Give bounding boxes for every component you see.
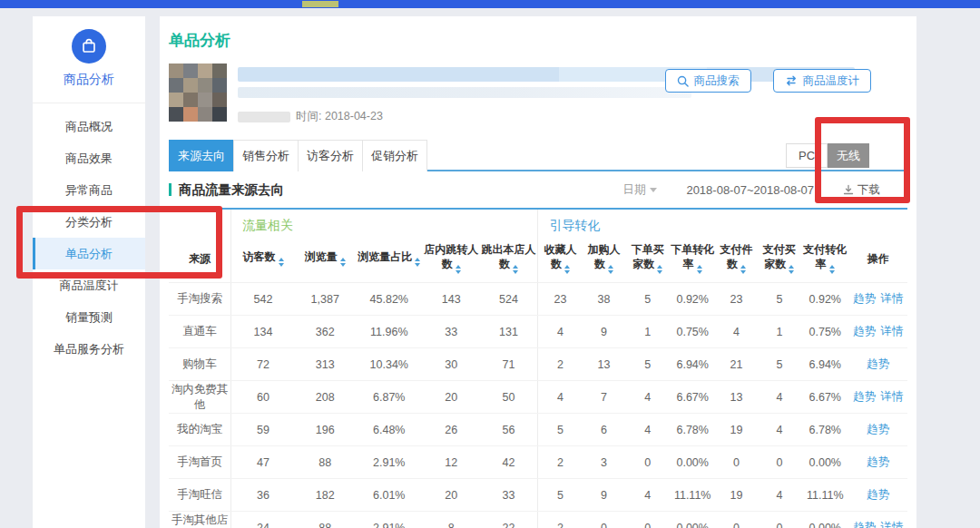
sort-up-arrow bbox=[564, 265, 570, 269]
sort-icon[interactable] bbox=[789, 265, 794, 274]
value-cell: 23 bbox=[715, 283, 757, 316]
tab-1[interactable]: 销售分析 bbox=[233, 140, 299, 171]
sidebar-item-7[interactable]: 单品服务分析 bbox=[33, 333, 145, 365]
trend-link[interactable]: 趋势 bbox=[867, 423, 889, 435]
device-toggle: PC无线 bbox=[786, 143, 869, 168]
sort-icon[interactable] bbox=[657, 265, 662, 274]
device-toggle-option[interactable]: PC bbox=[786, 143, 828, 168]
sort-icon[interactable] bbox=[340, 258, 346, 267]
value-cell: 13 bbox=[582, 348, 625, 381]
value-cell: 42 bbox=[479, 446, 537, 479]
column-header-5[interactable]: 跳出本店人数 bbox=[479, 236, 537, 283]
sidebar-item-4[interactable]: 单品分析 bbox=[33, 238, 145, 269]
sort-icon[interactable] bbox=[829, 265, 835, 274]
sort-icon[interactable] bbox=[564, 265, 570, 274]
column-header-8[interactable]: 下单买家数 bbox=[626, 236, 670, 283]
value-cell: 50 bbox=[479, 381, 537, 414]
page-title: 单品分析 bbox=[169, 30, 907, 51]
value-cell: 22 bbox=[479, 512, 537, 528]
detail-link[interactable]: 详情 bbox=[880, 292, 903, 305]
column-header-12[interactable]: 支付转化率 bbox=[801, 236, 848, 283]
column-header-10[interactable]: 支付件数 bbox=[715, 236, 757, 283]
detail-link[interactable]: 详情 bbox=[880, 325, 903, 337]
trend-link[interactable]: 趋势 bbox=[853, 325, 876, 337]
column-header-3[interactable]: 浏览量占比 bbox=[356, 236, 424, 283]
sidebar-item-2[interactable]: 异常商品 bbox=[33, 174, 145, 206]
sidebar-item-0[interactable]: 商品概况 bbox=[33, 111, 145, 142]
sort-icon[interactable] bbox=[456, 265, 461, 274]
value-cell: 0.92% bbox=[801, 283, 848, 316]
value-cell: 6.94% bbox=[670, 348, 715, 381]
column-header-4[interactable]: 店内跳转人数 bbox=[423, 236, 479, 283]
sort-up-arrow bbox=[829, 265, 835, 269]
table-row: 手淘其他店铺商品24882.91%8222000.00%000.00%趋势详情 bbox=[169, 512, 907, 528]
trend-link[interactable]: 趋势 bbox=[867, 357, 889, 370]
section-accent-bar bbox=[169, 183, 172, 196]
value-cell: 60 bbox=[231, 381, 296, 414]
sidebar-header: 商品分析 bbox=[33, 16, 145, 88]
chevron-down-icon bbox=[650, 188, 657, 192]
sidebar-item-1[interactable]: 商品效果 bbox=[33, 142, 145, 174]
value-cell: 0 bbox=[626, 446, 670, 479]
trend-link[interactable]: 趋势 bbox=[867, 455, 889, 468]
value-cell: 38 bbox=[582, 283, 625, 316]
column-header-2[interactable]: 浏览量 bbox=[295, 236, 355, 283]
sort-icon[interactable] bbox=[740, 265, 746, 274]
column-header-1[interactable]: 访客数 bbox=[231, 236, 296, 283]
column-header-11[interactable]: 支付买家数 bbox=[758, 236, 801, 283]
product-thermometer-button[interactable]: 商品温度计 bbox=[773, 69, 872, 93]
value-cell: 45.82% bbox=[356, 283, 424, 316]
value-cell: 1 bbox=[626, 316, 670, 348]
trend-link[interactable]: 趋势 bbox=[867, 488, 889, 501]
sidebar-divider bbox=[33, 103, 145, 103]
sidebar-item-label: 异常商品 bbox=[65, 183, 113, 197]
download-link[interactable]: 下载 bbox=[843, 182, 880, 198]
product-image-blurred bbox=[169, 64, 227, 122]
value-cell: 6.67% bbox=[670, 381, 715, 414]
traffic-source-table: 流量相关引导转化来源访客数浏览量浏览量占比店内跳转人数跳出本店人数收藏人数加购人… bbox=[169, 210, 907, 528]
value-cell: 6.67% bbox=[801, 381, 848, 414]
value-cell: 313 bbox=[295, 348, 355, 381]
tab-2[interactable]: 访客分析 bbox=[298, 140, 363, 171]
column-header-label: 操作 bbox=[867, 252, 889, 265]
actions-cell: 趋势 bbox=[848, 446, 907, 479]
tab-0[interactable]: 来源去向 bbox=[169, 140, 234, 171]
value-cell: 88 bbox=[295, 512, 355, 528]
value-cell: 0.00% bbox=[801, 446, 848, 479]
sort-icon[interactable] bbox=[415, 258, 420, 267]
column-header-7[interactable]: 加购人数 bbox=[582, 236, 625, 283]
detail-link[interactable]: 详情 bbox=[880, 390, 903, 403]
detail-link[interactable]: 详情 bbox=[880, 521, 903, 528]
sidebar-item-label: 销量预测 bbox=[65, 310, 113, 324]
trend-link[interactable]: 趋势 bbox=[853, 292, 876, 305]
value-cell: 88 bbox=[295, 446, 355, 479]
value-cell: 4 bbox=[758, 414, 801, 446]
sort-icon[interactable] bbox=[279, 258, 284, 267]
value-cell: 0.00% bbox=[670, 446, 715, 479]
column-header-label: 支付件数 bbox=[720, 243, 753, 270]
value-cell: 56 bbox=[479, 414, 537, 446]
sidebar-item-3[interactable]: 分类分析 bbox=[33, 206, 145, 238]
value-cell: 9 bbox=[582, 479, 625, 512]
tab-3[interactable]: 促销分析 bbox=[362, 140, 427, 171]
value-cell: 33 bbox=[479, 479, 537, 512]
trend-link[interactable]: 趋势 bbox=[853, 521, 876, 528]
value-cell: 12 bbox=[423, 446, 479, 479]
column-header-label: 浏览量 bbox=[305, 250, 338, 263]
sort-icon[interactable] bbox=[513, 265, 518, 274]
device-toggle-option[interactable]: 无线 bbox=[828, 143, 869, 168]
value-cell: 208 bbox=[295, 381, 355, 414]
column-header-9[interactable]: 下单转化率 bbox=[670, 236, 715, 283]
value-cell: 5 bbox=[758, 348, 801, 381]
sidebar-item-5[interactable]: 商品温度计 bbox=[33, 269, 145, 301]
sort-icon[interactable] bbox=[608, 265, 613, 274]
trend-link[interactable]: 趋势 bbox=[853, 390, 876, 403]
sidebar-item-6[interactable]: 销量预测 bbox=[33, 301, 145, 333]
date-dropdown[interactable]: 日期 bbox=[622, 182, 657, 198]
sort-icon[interactable] bbox=[697, 265, 702, 274]
table-row: 手淘搜索5421,38745.82%143524233850.92%2350.9… bbox=[169, 283, 907, 316]
value-cell: 33 bbox=[423, 316, 479, 348]
column-header-6[interactable]: 收藏人数 bbox=[538, 236, 582, 283]
value-cell: 4 bbox=[626, 381, 670, 414]
product-search-button[interactable]: 商品搜索 bbox=[665, 69, 751, 93]
